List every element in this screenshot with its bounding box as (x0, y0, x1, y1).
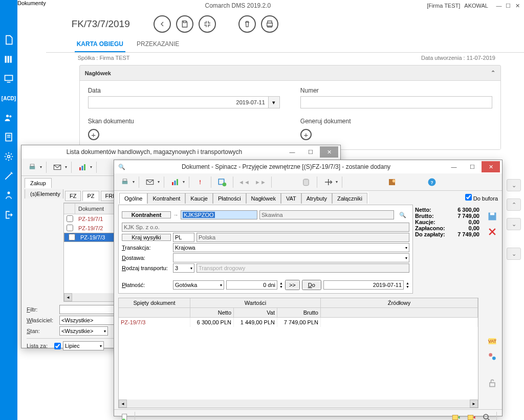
do-button[interactable]: Do (302, 280, 321, 290)
col-brutto[interactable]: Brutto (277, 308, 321, 317)
do-bufora-checkbox[interactable]: Do bufora (465, 194, 498, 202)
delete-button[interactable] (238, 15, 256, 33)
add-generuj-button[interactable]: + (300, 129, 312, 140)
nav-documents-icon[interactable] (3, 34, 15, 46)
dokument-minimize-icon[interactable]: — (445, 161, 463, 172)
accordion-toggle-4[interactable]: ⌄ (507, 248, 521, 260)
close-icon[interactable]: ✕ (514, 2, 521, 9)
dni-down-icon[interactable]: ▼ (279, 285, 283, 289)
stan-combo[interactable]: <Wszystkie>▾ (59, 326, 108, 336)
dni-up-icon[interactable]: ▲ (279, 281, 283, 285)
bottom-search-icon[interactable] (480, 411, 493, 421)
accordion-toggle-3[interactable]: ⌄ (507, 218, 521, 230)
dok-mail-icon[interactable] (143, 175, 157, 189)
side-vat-icon[interactable]: VAT (485, 335, 499, 347)
dok-chart-dropdown[interactable]: ▾ (183, 180, 185, 184)
accordion-toggle-2[interactable]: ⌃ (507, 198, 521, 211)
bottom-doc-icon[interactable] (118, 411, 132, 421)
row-checkbox[interactable] (67, 225, 73, 231)
dok-alert-icon[interactable]: ! (193, 175, 207, 189)
dok-link-dropdown[interactable]: ▾ (336, 180, 338, 184)
kraj-button[interactable]: Kraj wysyłki (122, 234, 171, 241)
lista-maximize-icon[interactable]: ☐ (301, 146, 320, 158)
dok-print-icon[interactable] (118, 175, 132, 189)
bottom-export-icon[interactable] (465, 411, 478, 421)
dostawa-combo[interactable]: ▾ (173, 253, 409, 262)
back-button[interactable] (154, 15, 171, 33)
col-vat[interactable]: Vat (234, 308, 277, 317)
lista-chart-dropdown[interactable]: ▾ (90, 165, 92, 169)
lista-minimize-icon[interactable]: — (283, 146, 301, 158)
nav-books-icon[interactable] (3, 53, 15, 65)
grid-scroll-left-icon[interactable]: ◄ (119, 400, 127, 408)
data-input[interactable]: 2019-07-11 ▾ (88, 96, 280, 108)
rodzaj-code-combo[interactable]: 3▾ (173, 263, 194, 273)
nav-monitor-icon[interactable] (3, 73, 15, 85)
kontrahent-search-icon[interactable]: 🔍 (396, 208, 409, 222)
lista-close-icon[interactable]: ✕ (320, 146, 338, 158)
dtab-platnosci[interactable]: Płatności (213, 193, 246, 204)
grid-scroll-right-icon[interactable]: ► (470, 400, 478, 408)
kraj-code[interactable]: PL (173, 233, 194, 242)
lista-za-checkbox[interactable] (54, 343, 61, 349)
lista-mail-icon[interactable] (51, 161, 64, 174)
dok-nav-prev-icon[interactable]: ◄◄ (237, 175, 251, 189)
add-skan-button[interactable]: + (88, 129, 99, 140)
dokument-maximize-icon[interactable]: ☐ (463, 161, 482, 172)
lista-mail-dropdown[interactable]: ▾ (65, 165, 67, 169)
minimize-icon[interactable]: — (495, 2, 503, 9)
maximize-icon[interactable]: ☐ (505, 2, 512, 9)
side-przekaz-icon[interactable] (485, 350, 499, 363)
col-zrodlowy[interactable]: Źródłowy (321, 298, 478, 307)
dok-nav-next-icon[interactable]: ►► (254, 175, 267, 189)
lista-print-icon[interactable] (26, 161, 39, 174)
date-down-icon[interactable]: ▼ (406, 285, 409, 289)
dtab-vat[interactable]: VAT (281, 193, 301, 204)
platnosc-combo[interactable]: Gotówka▾ (173, 280, 224, 290)
dtab-naglowek[interactable]: Nagłówek (246, 193, 281, 204)
nav-gear-icon[interactable] (3, 150, 15, 163)
tab-s-elementy[interactable]: (s)Elementy (25, 189, 63, 198)
date-up-icon[interactable]: ▲ (406, 281, 409, 285)
col-netto[interactable]: Netto (190, 308, 234, 317)
date-dropdown-icon[interactable]: ▾ (268, 97, 279, 108)
dok-print-dropdown[interactable]: ▾ (133, 180, 135, 184)
dok-export-icon[interactable] (215, 175, 229, 189)
save-button[interactable] (176, 15, 193, 33)
dok-mail-dropdown[interactable]: ▾ (158, 180, 160, 184)
dok-chart-icon[interactable] (168, 175, 182, 189)
numer-input[interactable] (300, 96, 492, 108)
lista-print-dropdown[interactable]: ▾ (40, 165, 42, 169)
tab-zakup[interactable]: Zakup (25, 178, 52, 188)
dtab-zalaczniki[interactable]: Załączniki (332, 193, 367, 204)
nav-wand-icon[interactable] (3, 170, 15, 182)
scroll-left-icon[interactable]: ◄ (64, 293, 72, 301)
dok-book-icon[interactable] (385, 175, 399, 189)
miesiac-combo[interactable]: Lipiec▾ (63, 341, 104, 350)
dtab-kontrahent[interactable]: Kontrahent (147, 193, 185, 204)
accordion-toggle-1[interactable]: ⌄ (507, 179, 521, 191)
dokument-close-icon[interactable]: ✕ (482, 161, 500, 172)
col-spiety[interactable]: Spięty dokument (119, 298, 190, 307)
side-save-icon[interactable] (485, 210, 499, 223)
dok-barrel-icon[interactable] (299, 175, 313, 189)
dok-link-icon[interactable] (321, 175, 335, 189)
row-checkbox[interactable] (67, 215, 73, 222)
type-pz[interactable]: PZ (82, 191, 99, 201)
type-fz[interactable]: FZ (65, 191, 81, 201)
nav-exit-icon[interactable] (3, 209, 15, 221)
collapse-button[interactable] (199, 15, 216, 33)
row-checkbox[interactable] (69, 234, 75, 240)
side-lock-icon[interactable] (485, 377, 499, 389)
platnosc-dni[interactable]: 0 dni (226, 280, 277, 290)
nav-orgchart-icon[interactable] (3, 189, 15, 202)
dtab-ogolne[interactable]: Ogólne (119, 193, 147, 204)
chevron-up-icon[interactable]: ⌃ (491, 70, 495, 76)
doc-grid-row[interactable]: PZ-19/7/3 6 300,00 PLN 1 449,00 PLN 7 74… (119, 318, 478, 327)
nav-report-icon[interactable] (3, 131, 15, 143)
tab-przekazanie[interactable]: PRZEKAZANIE (135, 37, 181, 52)
kontrahent-button[interactable]: Kontrahent (122, 211, 171, 218)
next-button[interactable]: >> (285, 280, 300, 290)
tab-karta-obiegu[interactable]: KARTA OBIEGU (75, 37, 125, 52)
bottom-open-icon[interactable] (449, 411, 463, 421)
